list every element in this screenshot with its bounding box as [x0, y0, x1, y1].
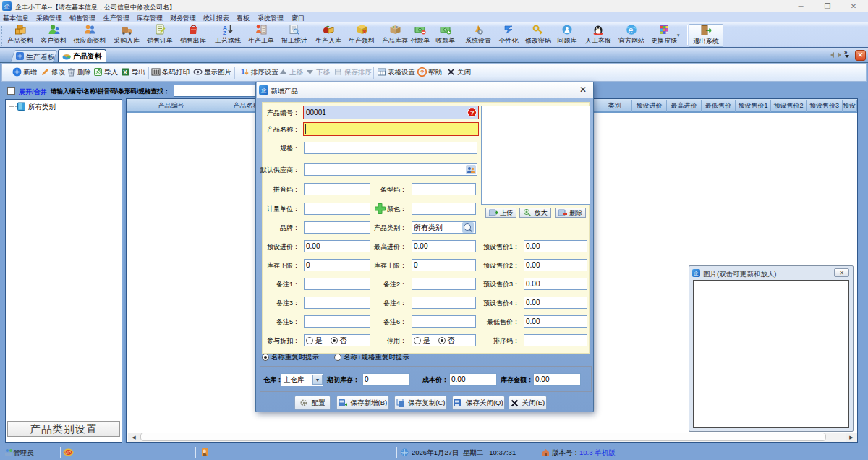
svg-text:VIP: VIP — [65, 451, 72, 455]
svg-text:?: ? — [420, 69, 425, 76]
svg-text:X: X — [123, 69, 127, 76]
svg-text:?: ? — [470, 109, 475, 116]
svg-text:e: e — [628, 25, 633, 35]
svg-text:1: 1 — [241, 68, 245, 76]
svg-text:Z: Z — [223, 30, 226, 35]
